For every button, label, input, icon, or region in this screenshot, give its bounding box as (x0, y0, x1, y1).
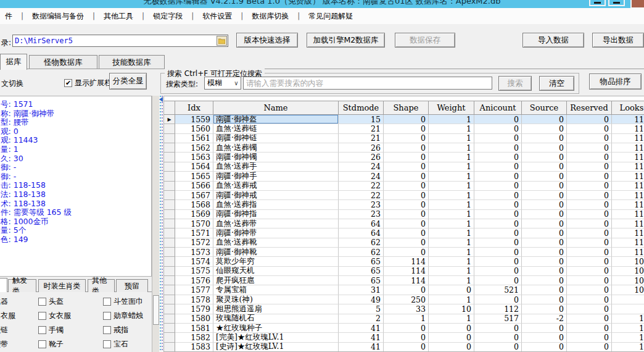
table-cell[interactable]: 1570 (175, 219, 213, 228)
table-cell[interactable]: 1577 (175, 285, 213, 295)
table-row[interactable]: 1574莫欺少年穷651141000104 (164, 257, 644, 266)
table-cell[interactable]: 1 (429, 124, 474, 133)
row-selector[interactable] (164, 276, 175, 285)
table-cell[interactable]: 49 (339, 295, 384, 304)
table-cell[interactable]: 0 (474, 228, 522, 238)
table-cell[interactable]: 0 (474, 324, 522, 333)
table-cell[interactable]: 1580 (175, 314, 213, 324)
table-cell[interactable]: 21 (339, 124, 384, 133)
table-cell[interactable]: [完美]★红玫瑰LV.1 (213, 333, 339, 342)
table-cell[interactable]: 26 (339, 153, 384, 162)
table-cell[interactable]: 0 (429, 324, 474, 333)
table-cell[interactable]: 0 (522, 285, 567, 295)
table-cell[interactable]: 0 (567, 191, 612, 200)
table-cell[interactable]: 0 (384, 333, 429, 342)
table-cell[interactable]: 64 (339, 228, 384, 238)
table-cell[interactable]: 0 (567, 182, 612, 191)
table-row[interactable]: 1575仙眼窥天机651141000104 (164, 267, 644, 276)
table-cell[interactable]: 24 (339, 162, 384, 172)
row-selector[interactable] (164, 324, 175, 333)
table-row[interactable]: 1583[史诗]★红玫瑰LV.1410000013 (164, 343, 644, 352)
row-selector[interactable] (164, 172, 175, 181)
table-cell[interactable]: 5 (339, 304, 384, 314)
table-cell[interactable]: 0 (522, 238, 567, 248)
menu-item-0[interactable]: 件 (0, 11, 17, 22)
table-cell[interactable]: 0 (522, 134, 567, 143)
table-cell[interactable]: 0 (474, 115, 522, 124)
table-cell[interactable]: 0 (474, 343, 522, 352)
row-selector[interactable] (164, 257, 175, 266)
table-cell[interactable]: 0 (474, 200, 522, 209)
table-cell[interactable]: 1 (429, 143, 474, 153)
table-cell[interactable]: 1 (429, 200, 474, 209)
menu-item-1[interactable]: 数据编辑与备份 (27, 11, 89, 22)
table-cell[interactable]: 0 (567, 333, 612, 342)
table-cell[interactable]: 104 (612, 267, 644, 276)
item-sort-button[interactable]: 物品排序 (589, 73, 642, 90)
table-cell[interactable]: 1561 (175, 134, 213, 143)
table-cell[interactable]: 0 (522, 172, 567, 181)
category-tab-1[interactable]: 时装生肖类 (38, 279, 86, 292)
table-cell[interactable]: 65 (339, 276, 384, 285)
table-cell[interactable]: 0 (522, 267, 567, 276)
category-tab-0[interactable]: 触发类 (8, 279, 36, 292)
table-cell[interactable]: 血煞·送葬戒 (213, 182, 339, 191)
splitter-collapse-icon[interactable] (159, 97, 163, 102)
table-cell[interactable]: 0 (384, 172, 429, 181)
column-header-weight[interactable]: Weight (429, 101, 474, 115)
table-cell[interactable]: 0 (384, 238, 429, 248)
table-cell[interactable]: 0 (384, 210, 429, 219)
table-cell[interactable]: 0 (567, 115, 612, 124)
table-cell[interactable]: 0 (384, 324, 429, 333)
path-input[interactable]: D:\MirServer5 (12, 35, 228, 47)
column-header-source[interactable]: Source (522, 101, 567, 115)
column-header-shape[interactable]: Shape (384, 101, 429, 115)
table-cell[interactable]: 0 (567, 200, 612, 209)
panel-splitter[interactable] (159, 96, 163, 352)
table-row[interactable]: 1565南疆·御神手2401000114 (164, 172, 644, 181)
table-cell[interactable]: 114 (384, 257, 429, 266)
table-cell[interactable]: 13 (612, 343, 644, 352)
table-cell[interactable]: 1562 (175, 143, 213, 153)
table-cell[interactable]: 1581 (175, 324, 213, 333)
table-cell[interactable]: 1582 (175, 333, 213, 342)
menu-item-3[interactable]: 锁定字段 (148, 11, 188, 22)
search-input[interactable] (243, 77, 492, 90)
table-row[interactable]: 1569南疆·御神指2301000114 (164, 210, 644, 219)
table-row[interactable]: 1576爬开疯狂扈651141000104 (164, 276, 644, 285)
table-cell[interactable]: 114 (612, 124, 644, 133)
table-cell[interactable]: 1565 (175, 172, 213, 181)
table-cell[interactable]: 0 (384, 191, 429, 200)
menu-item-2[interactable]: 其他工具 (99, 11, 138, 22)
category-checkbox-男衣服[interactable]: 男衣服 (0, 311, 15, 320)
row-selector[interactable] (164, 134, 175, 143)
table-cell[interactable]: 1560 (175, 124, 213, 133)
table-cell[interactable]: 0 (384, 200, 429, 209)
table-cell[interactable]: 0 (522, 124, 567, 133)
row-selector[interactable] (164, 248, 175, 257)
table-cell[interactable]: 1 (429, 257, 474, 266)
table-row[interactable]: 1581★红玫瑰种子410000010 (164, 324, 644, 333)
table-cell[interactable]: 114 (612, 200, 644, 209)
table-cell[interactable]: 1 (429, 162, 474, 172)
close-button[interactable] (630, 0, 644, 9)
table-row[interactable]: 1563南疆·御神镯2601000114 (164, 153, 644, 162)
table-cell[interactable]: 62 (339, 248, 384, 257)
menu-item-5[interactable]: 数据库切换 (247, 11, 294, 22)
table-cell[interactable]: [史诗]★红玫瑰LV.1 (213, 343, 339, 352)
category-checkbox-头盔[interactable]: 头盔 (38, 297, 71, 306)
table-cell[interactable]: 41 (339, 324, 384, 333)
table-cell[interactable]: 1 (429, 276, 474, 285)
table-cell[interactable]: 64 (339, 219, 384, 228)
column-header-stdmode[interactable]: Stdmode (339, 101, 384, 115)
table-cell[interactable]: 114 (612, 219, 644, 228)
table-cell[interactable]: 0 (567, 219, 612, 228)
table-cell[interactable]: 41 (339, 343, 384, 352)
table-row[interactable]: 1566血煞·送葬戒2201000114 (164, 182, 644, 191)
table-row[interactable]: 1572血煞·送葬靴6201000114 (164, 238, 644, 248)
table-cell[interactable]: 1 (429, 182, 474, 191)
table-cell[interactable]: 专属宝箱 (213, 285, 339, 295)
row-selector[interactable] (164, 304, 175, 314)
table-cell[interactable]: 0 (474, 219, 522, 228)
table-cell[interactable]: 1571 (175, 228, 213, 238)
